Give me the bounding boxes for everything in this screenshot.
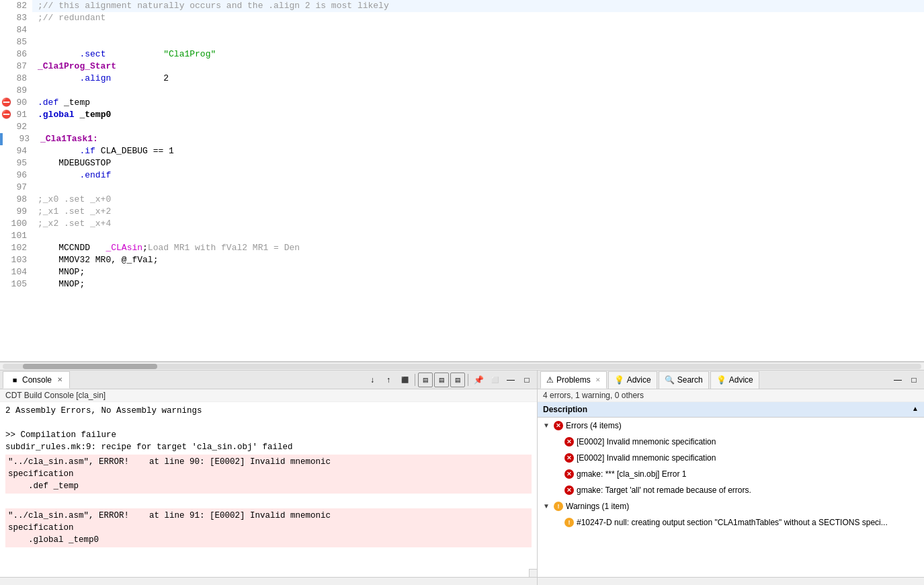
code-line: 88 .align 2 (0, 73, 924, 85)
tree-item-err4[interactable]: ✕ gmake: Target 'all' not remade because… (538, 482, 924, 498)
tree-item-warnings-group[interactable]: ▼ ! Warnings (1 item) (538, 498, 924, 514)
toolbar-b3[interactable]: ▤ (450, 373, 465, 387)
line-content: .endif (32, 169, 924, 182)
line-content: ;_x1 .set _x+2 (32, 206, 924, 218)
toolbar-minimize[interactable]: — (503, 373, 518, 387)
line-number: 105 (0, 278, 32, 290)
line-number: 94 (0, 145, 32, 157)
toolbar-b1[interactable]: ▤ (418, 373, 433, 387)
line-number: 95 (0, 157, 32, 169)
tree-item-err2[interactable]: ✕ [E0002] Invalid mnemonic specification (538, 450, 924, 466)
code-line: 93 _Cla1Task1: (0, 133, 924, 145)
line-content: _Cla1Prog_Start (32, 61, 924, 73)
line-number: 84 (0, 24, 32, 36)
tab-console[interactable]: ■ Console ✕ (3, 371, 70, 389)
tree-item-errors-group[interactable]: ▼ ✕ Errors (4 items) (538, 418, 924, 434)
tab-advice1[interactable]: 💡 Advice (608, 371, 657, 389)
toolbar-scroll-down[interactable]: ↓ (365, 373, 380, 387)
right-pane-h-scroll[interactable] (538, 577, 924, 585)
line-number: 92 (0, 121, 32, 133)
expand-errors[interactable]: ▼ (543, 420, 551, 432)
toolbar-ext[interactable]: ⬜ (487, 373, 502, 387)
line-number: ⛔ 91 (0, 109, 32, 121)
editor-h-scroll[interactable] (0, 362, 924, 370)
console-h-scroll[interactable] (0, 577, 537, 585)
toolbar-sep (415, 374, 415, 386)
line-number: 82 (0, 0, 32, 12)
problems-status: 4 errors, 1 warning, 0 others (538, 389, 924, 402)
toolbar-stop[interactable]: ⬛ (397, 373, 412, 387)
tab-search[interactable]: 🔍 Search (659, 371, 709, 389)
console-output[interactable]: 2 Assembly Errors, No Assembly warnings … (0, 402, 537, 569)
console-line: "../cla_sin.asm", ERROR! at line 91: [E0… (8, 510, 529, 522)
code-line: 96 .endif (0, 169, 924, 182)
error2-icon: ✕ (564, 453, 574, 463)
h-scrollbar-thumb[interactable] (23, 364, 157, 369)
problems-status-text: 4 errors, 1 warning, 0 others (543, 391, 644, 400)
warnings-group-label: Warnings (1 item) (566, 500, 919, 512)
code-line: 82 ;// this alignment naturally occurs a… (0, 0, 924, 12)
line-content: .sect "Cla1Prog" (32, 48, 924, 61)
tab-console-label: Console (22, 375, 52, 385)
error4-icon: ✕ (564, 485, 574, 495)
toolbar-maximize[interactable]: □ (519, 373, 534, 387)
code-line: 87 _Cla1Prog_Start (0, 61, 924, 73)
error-group-icon: ✕ (554, 421, 563, 430)
code-line: 86 .sect "Cla1Prog" (0, 48, 924, 61)
problems-tree[interactable]: ▼ ✕ Errors (4 items) ✕ [E0002] Invalid m… (538, 418, 924, 577)
toolbar-pin[interactable]: 📌 (471, 373, 486, 387)
problems-minimize[interactable]: — (890, 373, 905, 387)
line-number: 101 (0, 230, 32, 242)
right-tab-bar: ⚠ Problems ✕ 💡 Advice 🔍 Search 💡 Advice (538, 370, 924, 389)
search-icon: 🔍 (665, 375, 675, 385)
code-line: 92 (0, 121, 924, 133)
h-scrollbar-track[interactable] (3, 364, 921, 369)
toolbar-scroll-up[interactable]: ↑ (381, 373, 396, 387)
code-line: 89 (0, 85, 924, 97)
line-content: MNOP; (32, 266, 924, 278)
line-content: MNOP; (32, 278, 924, 290)
tree-item-warn1[interactable]: ! #10247-D null: creating output section… (538, 514, 924, 531)
tab-problems-close[interactable]: ✕ (595, 377, 601, 383)
warning1-icon: ! (564, 518, 574, 527)
console-v-scroll[interactable] (529, 569, 537, 577)
line-content: _Cla1Task1: (35, 133, 924, 145)
code-line: 104 MNOP; (0, 266, 924, 278)
tab-console-close[interactable]: ✕ (57, 376, 62, 383)
code-line: ⛔ 91 .global _temp0 (0, 109, 924, 121)
console-icon: ■ (10, 375, 19, 385)
code-line: 101 (0, 230, 924, 242)
line-number: ⛔ 90 (0, 97, 32, 109)
code-line: ⛔ 90 .def _temp (0, 97, 924, 109)
code-content[interactable]: 82 ;// this alignment naturally occurs a… (0, 0, 924, 361)
console-error-block: "../cla_sin.asm", ERROR! at line 91: [E0… (5, 508, 532, 547)
line-number: 88 (0, 73, 32, 85)
error1-icon: ✕ (564, 437, 574, 446)
code-line: 98 ;_x0 .set _x+0 (0, 194, 924, 206)
code-line: 95 MDEBUGSTOP (0, 157, 924, 169)
line-number: 98 (0, 194, 32, 206)
tab-problems[interactable]: ⚠ Problems ✕ (540, 371, 607, 389)
advice1-icon: 💡 (614, 375, 624, 385)
tab-advice2[interactable]: 💡 Advice (710, 371, 759, 389)
console-tab-bar: ■ Console ✕ ↓ ↑ ⬛ ▤ ▤ ▤ 📌 (0, 370, 537, 389)
right-pane: ⚠ Problems ✕ 💡 Advice 🔍 Search 💡 Advice (538, 370, 924, 585)
error2-label: [E0002] Invalid mnemonic specification (577, 452, 919, 464)
code-line: 97 (0, 182, 924, 194)
warning1-label: #10247-D null: creating output section "… (577, 516, 919, 529)
console-header: CDT Build Console [cla_sin] (0, 389, 537, 402)
toolbar-b2[interactable]: ▤ (434, 373, 449, 387)
code-line: 102 MCCNDD _CLAsin;Load MR1 with fVal2 M… (0, 242, 924, 254)
console-line (5, 417, 532, 429)
tree-item-err1[interactable]: ✕ [E0002] Invalid mnemonic specification (538, 434, 924, 450)
console-error-block: "../cla_sin.asm", ERROR! at line 90: [E0… (5, 455, 532, 494)
line-content: .align 2 (32, 73, 924, 85)
line-content: ;// redundant (32, 12, 924, 24)
tree-item-err3[interactable]: ✕ gmake: *** [cla_sin.obj] Error 1 (538, 466, 924, 482)
expand-warnings[interactable]: ▼ (543, 500, 551, 512)
code-line: 103 MMOV32 MR0, @_fVal; (0, 254, 924, 266)
advice2-icon: 💡 (716, 375, 726, 385)
line-number: 86 (0, 48, 32, 61)
errors-group-label: Errors (4 items) (566, 420, 919, 432)
problems-maximize[interactable]: □ (907, 373, 921, 387)
